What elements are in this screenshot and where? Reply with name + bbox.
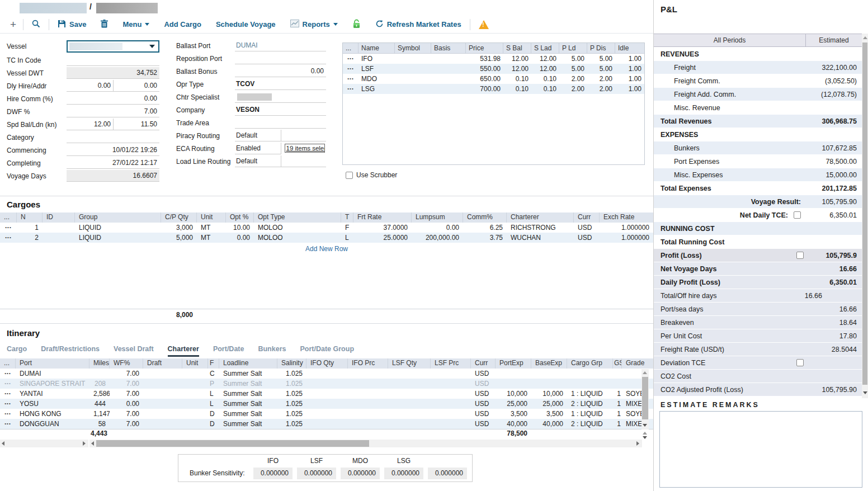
sensitivity-ifo-field[interactable]: 0.000000: [253, 468, 293, 479]
row-menu[interactable]: •••: [343, 74, 358, 84]
piracy-routing-detail[interactable]: [281, 130, 327, 141]
company-field[interactable]: VESON: [235, 104, 326, 116]
profit-loss-value: 105,795.9: [804, 252, 857, 259]
cargoes-table: ...N IDGroup C/P QtyUnit Opt %Opt Type T…: [0, 213, 653, 243]
row-menu[interactable]: •••: [343, 54, 358, 64]
vessel-dwt-field: 34,752: [67, 67, 159, 79]
dly-hire-field[interactable]: 0.00: [67, 80, 113, 92]
reposition-port-field[interactable]: [235, 53, 326, 64]
scroll-left-icon[interactable]: [2, 441, 4, 446]
itinerary-hscrollbar[interactable]: [89, 440, 642, 447]
row-menu[interactable]: •••: [343, 64, 358, 74]
piracy-routing-field[interactable]: Default: [235, 130, 281, 141]
row-menu[interactable]: •••: [0, 223, 17, 233]
tab-cargo[interactable]: Cargo: [7, 345, 27, 357]
schedule-voyage-button[interactable]: Schedule Voyage: [209, 20, 283, 29]
scroll-down-icon[interactable]: [643, 436, 647, 439]
save-button[interactable]: Save: [50, 20, 93, 30]
deviation-tce-checkbox[interactable]: [796, 359, 804, 366]
total-expenses-value: 201,172.85: [822, 185, 857, 192]
menu-button[interactable]: Menu: [115, 20, 157, 29]
scroll-up-icon[interactable]: [643, 432, 647, 435]
row-menu[interactable]: •••: [0, 419, 16, 429]
tab-port-date[interactable]: Port/Date: [213, 345, 244, 357]
opr-type-field[interactable]: TCOV: [235, 78, 326, 90]
tab-bunkers[interactable]: Bunkers: [258, 345, 286, 357]
search-button[interactable]: [25, 20, 48, 30]
estimate-remarks-textarea[interactable]: [659, 411, 862, 488]
bunker-row: ••• MDO 650.000.10 0.102.00 2.001.00: [343, 74, 644, 84]
ballast-bonus-field[interactable]: 0.00: [235, 65, 326, 77]
tab-port-date-group[interactable]: Port/Date Group: [300, 345, 354, 357]
bunker-row: ••• IFO 531.9812.00 12.005.00 5.001.00: [343, 54, 644, 64]
addr-comm-field[interactable]: 0.00: [113, 80, 159, 92]
row-menu[interactable]: •••: [0, 233, 17, 243]
estimate-title-redacted: [20, 3, 87, 13]
sensitivity-lsg-field[interactable]: 0.000000: [384, 468, 423, 479]
lock-button[interactable]: [345, 19, 368, 30]
dwf-field[interactable]: 7.00: [67, 106, 159, 117]
scroll-right-icon[interactable]: [83, 441, 86, 446]
delete-button[interactable]: [93, 20, 115, 30]
ballast-port-field[interactable]: DUMAI: [235, 40, 326, 51]
new-estimate-button[interactable]: +: [4, 18, 22, 31]
add-cargo-button[interactable]: Add Cargo: [157, 20, 208, 29]
load-line-routing-field[interactable]: Default: [235, 155, 281, 167]
row-menu[interactable]: •••: [0, 379, 16, 389]
speed-ballast-field[interactable]: 12.00: [67, 119, 113, 130]
row-menu[interactable]: •••: [0, 369, 16, 379]
trade-area-field[interactable]: [235, 117, 326, 129]
scrollbar-thumb[interactable]: [96, 440, 369, 447]
itinerary-hscrollbar-frozen[interactable]: [0, 440, 88, 447]
scroll-down-icon[interactable]: [863, 391, 867, 394]
itinerary-vertical-scrollbar[interactable]: [641, 369, 649, 429]
portexp-total: 78,500: [496, 429, 531, 437]
row-menu[interactable]: •••: [0, 399, 16, 409]
hire-comm-field[interactable]: 0.00: [67, 93, 159, 105]
row-menu[interactable]: •••: [0, 389, 16, 399]
cargo-qty-total: 8,000: [161, 309, 197, 320]
itinerary-spinner[interactable]: [643, 432, 647, 439]
warning-button[interactable]: [471, 20, 496, 29]
pnl-panel: P&L All Periods Estimated REVENUES Freig…: [653, 0, 868, 491]
scrollbar-thumb[interactable]: [642, 377, 648, 419]
refresh-market-rates-button[interactable]: Refresh Market Rates: [368, 20, 469, 30]
tc-in-code-field[interactable]: [67, 54, 159, 66]
completing-field[interactable]: 27/01/22 12:17: [67, 157, 159, 169]
eca-items-selector[interactable]: 19 items selec: [285, 144, 325, 153]
commencing-field[interactable]: 10/01/22 19:26: [67, 144, 159, 156]
scroll-up-icon[interactable]: [863, 36, 867, 39]
scrollbar-thumb[interactable]: [862, 43, 867, 385]
row-menu[interactable]: •••: [0, 409, 16, 419]
row-menu[interactable]: •••: [343, 84, 358, 94]
sensitivity-extra-field[interactable]: 0.000000: [428, 468, 467, 479]
estimated-column[interactable]: Estimated: [806, 34, 862, 46]
sensitivity-mdo-field[interactable]: 0.000000: [341, 468, 380, 479]
bunker-sensitivity-panel: Bunker Sensitivity: IFO LSF MDO LSG 0.00…: [178, 454, 473, 482]
scroll-left-icon[interactable]: [91, 441, 94, 446]
reports-button[interactable]: Reports: [283, 20, 345, 29]
tab-draft-restrictions[interactable]: Draft/Restrictions: [41, 345, 100, 357]
pnl-vertical-scrollbar[interactable]: [862, 34, 868, 398]
category-field[interactable]: [67, 131, 159, 143]
profit-loss-checkbox[interactable]: [796, 252, 804, 259]
eca-routing-field[interactable]: Enabled: [235, 143, 281, 154]
scroll-right-icon[interactable]: [636, 441, 639, 446]
net-daily-tce-checkbox[interactable]: [794, 211, 801, 219]
all-periods-column[interactable]: All Periods: [654, 34, 806, 46]
load-line-routing-detail[interactable]: [281, 155, 327, 167]
revenues-header: REVENUES: [661, 50, 699, 58]
scroll-down-icon[interactable]: [643, 424, 647, 427]
freight-comm-value: (3,052.50): [825, 77, 857, 85]
vessel-dropdown[interactable]: [67, 40, 159, 53]
freight-value: 322,100.00: [822, 64, 857, 72]
speed-laden-field[interactable]: 11.50: [113, 119, 159, 130]
chtr-specialist-field[interactable]: [235, 91, 326, 103]
sensitivity-lsf-field[interactable]: 0.000000: [297, 468, 336, 479]
scroll-up-icon[interactable]: [643, 371, 647, 374]
use-scrubber-checkbox[interactable]: [346, 172, 353, 179]
tab-charterer[interactable]: Charterer: [168, 345, 199, 357]
add-new-row-link[interactable]: Add New Row: [0, 245, 653, 253]
use-scrubber-toggle[interactable]: Use Scrubber: [346, 171, 397, 179]
tab-vessel-draft[interactable]: Vessel Draft: [114, 345, 154, 357]
